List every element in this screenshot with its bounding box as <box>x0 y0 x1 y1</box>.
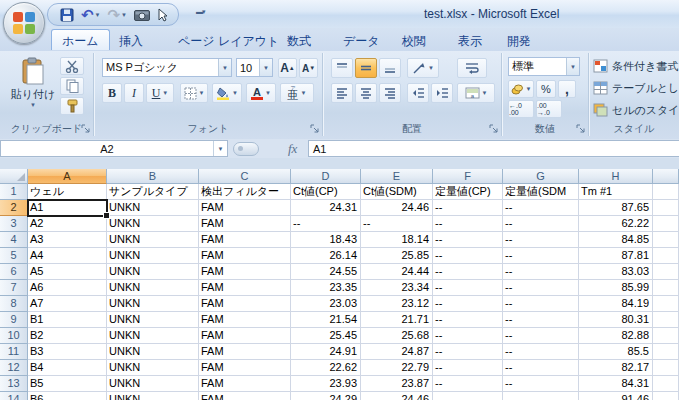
font-size-combo[interactable]: 10 ▼ <box>236 58 273 77</box>
font-name-combo[interactable]: MS Pゴシック ▼ <box>102 58 232 77</box>
row-header-1[interactable]: 1 <box>0 184 28 200</box>
cell[interactable]: UNKN <box>107 360 199 376</box>
cell[interactable]: 23.35 <box>291 280 361 296</box>
cell[interactable]: -- <box>503 216 579 232</box>
cell[interactable]: 23.03 <box>291 296 361 312</box>
row-header-13[interactable]: 13 <box>0 376 28 392</box>
tab-5[interactable]: 校閲 <box>392 30 436 48</box>
borders-button[interactable]: ▼ <box>180 83 208 103</box>
conditional-formatting-button[interactable]: 条件付き書式 <box>593 57 678 75</box>
cell[interactable]: B5 <box>28 376 107 392</box>
row-header-8[interactable]: 8 <box>0 296 28 312</box>
cell[interactable]: 84.85 <box>579 232 653 248</box>
cell[interactable]: ウェル <box>28 184 107 200</box>
cell[interactable]: -- <box>433 344 503 360</box>
row-header-2[interactable]: 2 <box>0 200 28 216</box>
tab-1[interactable]: 挿入 <box>109 30 153 48</box>
cell[interactable]: A1 <box>28 200 107 216</box>
cell[interactable]: UNKN <box>107 232 199 248</box>
cell[interactable]: 23.87 <box>361 376 433 392</box>
cell[interactable]: Ct値(CP) <box>291 184 361 200</box>
align-right-button[interactable] <box>379 83 401 103</box>
tab-7[interactable]: 開発 <box>497 30 541 48</box>
redo-button[interactable]: ↷ ▼ <box>106 6 130 24</box>
undo-button[interactable]: ↶ ▼ <box>79 6 103 24</box>
cell[interactable]: Ct値(SDM) <box>361 184 433 200</box>
cell[interactable]: UNKN <box>107 280 199 296</box>
cell[interactable]: 18.14 <box>361 232 433 248</box>
cell[interactable] <box>653 392 679 400</box>
cell[interactable] <box>653 312 679 328</box>
decrease-decimal-button[interactable]: .00 →.0 <box>536 100 562 118</box>
row-header-9[interactable]: 9 <box>0 312 28 328</box>
cell[interactable]: -- <box>503 296 579 312</box>
cut-button[interactable] <box>60 57 84 75</box>
cell[interactable]: 91.46 <box>579 392 653 400</box>
font-color-button[interactable]: A ▼ <box>246 83 276 103</box>
save-button[interactable] <box>58 6 76 24</box>
column-header-partial[interactable] <box>653 169 679 184</box>
italic-button[interactable]: I <box>124 83 144 103</box>
cursor-button[interactable] <box>155 6 170 24</box>
bold-button[interactable]: B <box>102 83 122 103</box>
cell[interactable]: B2 <box>28 328 107 344</box>
cell[interactable]: 定量値(SDM <box>503 184 579 200</box>
cell[interactable]: 84.31 <box>579 376 653 392</box>
cell-styles-button[interactable]: セルのスタイル <box>593 101 679 119</box>
align-center-button[interactable] <box>355 83 377 103</box>
formula-bar-resize-handle[interactable] <box>233 142 259 156</box>
cell[interactable]: -- <box>433 328 503 344</box>
align-middle-button[interactable] <box>355 58 377 78</box>
cell[interactable]: A3 <box>28 232 107 248</box>
cell[interactable] <box>653 296 679 312</box>
cell[interactable]: 85.5 <box>579 344 653 360</box>
format-painter-button[interactable] <box>60 97 84 115</box>
alignment-dialog-launcher[interactable] <box>489 124 499 134</box>
cell[interactable]: FAM <box>199 248 291 264</box>
shrink-font-button[interactable]: A▼ <box>299 58 318 78</box>
cell[interactable]: 25.85 <box>361 248 433 264</box>
cell[interactable]: -- <box>433 296 503 312</box>
comma-button[interactable]: , <box>558 80 576 98</box>
orientation-button[interactable]: ▼ <box>407 58 439 78</box>
cell[interactable]: UNKN <box>107 296 199 312</box>
cell[interactable]: 83.03 <box>579 264 653 280</box>
cell[interactable]: UNKN <box>107 392 199 400</box>
wrap-text-button[interactable] <box>457 58 487 78</box>
cell[interactable] <box>653 360 679 376</box>
office-button[interactable] <box>3 2 45 44</box>
cell[interactable]: UNKN <box>107 248 199 264</box>
cell[interactable]: -- <box>503 280 579 296</box>
cell[interactable]: 定量値(CP) <box>433 184 503 200</box>
grow-font-button[interactable]: A▲ <box>278 58 297 78</box>
tab-3[interactable]: 数式 <box>277 30 321 48</box>
camera-button[interactable] <box>132 6 152 24</box>
cell[interactable]: A5 <box>28 264 107 280</box>
cell[interactable]: 87.65 <box>579 200 653 216</box>
cell[interactable]: UNKN <box>107 312 199 328</box>
cell[interactable]: 82.17 <box>579 360 653 376</box>
fill-color-button[interactable]: ▼ <box>212 83 242 103</box>
cell[interactable]: -- <box>433 360 503 376</box>
cell[interactable]: -- <box>433 216 503 232</box>
tab-2[interactable]: ページ レイアウト <box>168 30 289 48</box>
cell[interactable]: -- <box>503 312 579 328</box>
cell[interactable]: A7 <box>28 296 107 312</box>
cell[interactable]: 87.81 <box>579 248 653 264</box>
cell[interactable]: FAM <box>199 232 291 248</box>
formula-input[interactable]: A1 <box>308 140 679 157</box>
cell[interactable] <box>653 344 679 360</box>
merge-center-button[interactable]: a ▼ <box>457 83 495 103</box>
cell[interactable]: UNKN <box>107 216 199 232</box>
cell[interactable]: 25.68 <box>361 328 433 344</box>
cell[interactable]: 23.93 <box>291 376 361 392</box>
cell[interactable]: A6 <box>28 280 107 296</box>
cell[interactable]: -- <box>433 232 503 248</box>
cell[interactable]: 24.91 <box>291 344 361 360</box>
cell[interactable]: -- <box>433 248 503 264</box>
cell[interactable]: 24.46 <box>361 392 433 400</box>
row-header-3[interactable]: 3 <box>0 216 28 232</box>
cell[interactable]: -- <box>433 280 503 296</box>
cell[interactable]: UNKN <box>107 264 199 280</box>
cell[interactable]: UNKN <box>107 344 199 360</box>
